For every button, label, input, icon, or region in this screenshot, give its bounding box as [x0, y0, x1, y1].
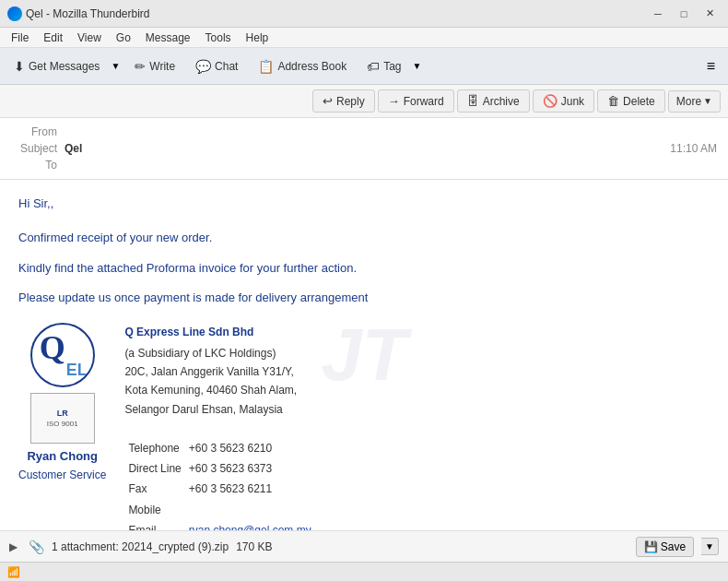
email-signature: Q EL LR ISO 9001 Ryan Chong Customer Ser… [18, 323, 710, 530]
forward-label: Forward [404, 95, 444, 108]
tag-label: Tag [383, 60, 401, 73]
archive-label: Archive [483, 95, 520, 108]
write-button[interactable]: ✏ Write [126, 54, 183, 78]
reply-button[interactable]: ↩ Reply [312, 89, 375, 113]
junk-icon: 🚫 [543, 94, 558, 108]
menu-tools[interactable]: Tools [198, 30, 239, 46]
reply-label: Reply [336, 95, 365, 108]
more-dropdown-icon: ▼ [703, 96, 712, 106]
sig-subsidiary: (a Subsidiary of LKC Holdings) [124, 344, 314, 362]
sig-fax-row: Fax +60 3 5623 6211 [124, 479, 314, 499]
sig-address2: Kota Kemuning, 40460 Shah Alam, [124, 381, 314, 399]
subject-label: Subject [11, 142, 57, 155]
menubar: File Edit View Go Message Tools Help [0, 28, 728, 48]
save-attachment-button[interactable]: 💾 Save [636, 537, 694, 557]
save-icon: 💾 [644, 540, 658, 553]
email-para2: Kindly find the attached Proforma invoic… [18, 259, 710, 279]
sig-direct-value: +60 3 5623 6373 [185, 458, 315, 479]
attachment-size: 170 KB [236, 540, 272, 553]
email-body: JT Hi Sir,, Confirmed receipt of your ne… [0, 180, 728, 530]
tag-dropdown-arrow[interactable]: ▼ [410, 57, 425, 75]
write-label: Write [149, 60, 175, 73]
forward-button[interactable]: → Forward [378, 89, 454, 113]
get-messages-button[interactable]: ⬇ Get Messages [6, 54, 108, 78]
save-label: Save [661, 540, 686, 553]
chat-label: Chat [215, 60, 238, 73]
sig-email-label: Email [124, 520, 184, 530]
titlebar: Qel - Mozilla Thunderbird ─ □ ✕ [0, 0, 728, 28]
close-button[interactable]: ✕ [699, 5, 721, 23]
menu-message[interactable]: Message [138, 30, 198, 46]
tag-group: 🏷 Tag ▼ [358, 54, 424, 78]
archive-icon: 🗄 [467, 94, 479, 108]
email-para3: Please update us once payment is made fo… [18, 289, 710, 308]
sig-person-role: Customer Service [18, 468, 106, 481]
sig-mobile-value [185, 500, 315, 520]
sig-company-info: Q Express Line Sdn Bhd (a Subsidiary of … [124, 323, 314, 530]
logo-q-letter: Q [40, 328, 65, 367]
more-button[interactable]: More ▼ [668, 90, 721, 113]
get-messages-dropdown-arrow[interactable]: ▼ [108, 57, 123, 75]
from-label: From [11, 125, 57, 138]
attachment-expand-button[interactable]: ▶ [9, 540, 18, 553]
chat-button[interactable]: 💬 Chat [187, 54, 246, 78]
delete-label: Delete [623, 95, 655, 108]
statusbar: 📶 [0, 562, 728, 581]
email-para1: Confirmed receipt of your new order. [18, 229, 710, 248]
window-title: Qel - Mozilla Thunderbird [26, 7, 647, 20]
to-row: To [11, 157, 717, 173]
sig-fax-value: +60 3 5623 6211 [185, 479, 315, 499]
sig-direct-label: Direct Line [124, 458, 184, 479]
email-greeting: Hi Sir,, [18, 195, 710, 214]
window-controls: ─ □ ✕ [647, 5, 721, 23]
menu-go[interactable]: Go [109, 30, 138, 46]
sig-contacts-table: Telephone +60 3 5623 6210 Direct Line +6… [124, 438, 314, 530]
sig-company-name: Q Express Line Sdn Bhd [124, 323, 314, 341]
hamburger-menu-icon[interactable]: ≡ [699, 54, 722, 78]
archive-button[interactable]: 🗄 Archive [457, 89, 530, 113]
attachment-filename: 1 attachment: 20214_crypted (9).zip [52, 540, 229, 553]
menu-view[interactable]: View [70, 30, 109, 46]
action-toolbar: ↩ Reply → Forward 🗄 Archive 🚫 Junk 🗑 Del… [0, 85, 728, 118]
sig-address3: Selangor Darul Ehsan, Malaysia [124, 400, 314, 419]
menu-help[interactable]: Help [239, 30, 276, 46]
iso-cert-badge: LR ISO 9001 [30, 393, 95, 444]
sig-tel-value: +60 3 5623 6210 [185, 438, 315, 458]
sig-mobile-row: Mobile [124, 500, 314, 520]
paperclip-icon: 📎 [29, 540, 44, 554]
from-row: From [11, 124, 717, 140]
wifi-icon: 📶 [7, 566, 20, 578]
maximize-button[interactable]: □ [673, 5, 695, 23]
get-messages-label: Get Messages [29, 60, 100, 73]
menu-file[interactable]: File [4, 30, 36, 46]
delete-button[interactable]: 🗑 Delete [597, 89, 665, 113]
iso-cert-text: ISO 9001 [47, 420, 78, 428]
menu-edit[interactable]: Edit [36, 30, 70, 46]
email-header: From Subject Qel 11:10 AM To [0, 118, 728, 180]
sig-address1: 20C, Jalan Anggerik Vanilla Y31/Y, [124, 362, 314, 381]
delete-icon: 🗑 [607, 94, 619, 108]
sig-mobile-label: Mobile [124, 500, 184, 520]
junk-label: Junk [561, 95, 584, 108]
email-time: 11:10 AM [670, 142, 717, 155]
minimize-button[interactable]: ─ [647, 5, 669, 23]
junk-button[interactable]: 🚫 Junk [533, 89, 594, 113]
save-dropdown-arrow[interactable]: ▼ [701, 538, 719, 555]
more-label: More [676, 95, 701, 108]
chat-icon: 💬 [195, 59, 211, 74]
company-logo: Q EL [30, 323, 95, 387]
sig-fax-label: Fax [124, 479, 184, 499]
tag-button[interactable]: 🏷 Tag [358, 54, 409, 78]
write-icon: ✏ [135, 59, 146, 74]
tag-icon: 🏷 [367, 59, 380, 74]
sig-email-link[interactable]: ryan.chong@qel.com.my [189, 524, 311, 530]
address-book-icon: 📋 [258, 59, 274, 74]
sig-tel-label: Telephone [124, 438, 184, 458]
address-book-button[interactable]: 📋 Address Book [250, 54, 355, 78]
subject-value: Qel [65, 142, 82, 155]
app-icon [7, 6, 22, 21]
get-messages-icon: ⬇ [14, 59, 25, 74]
sig-tel-row: Telephone +60 3 5623 6210 [124, 438, 314, 458]
get-messages-group: ⬇ Get Messages ▼ [6, 54, 123, 78]
email-content: Hi Sir,, Confirmed receipt of your new o… [18, 195, 710, 530]
